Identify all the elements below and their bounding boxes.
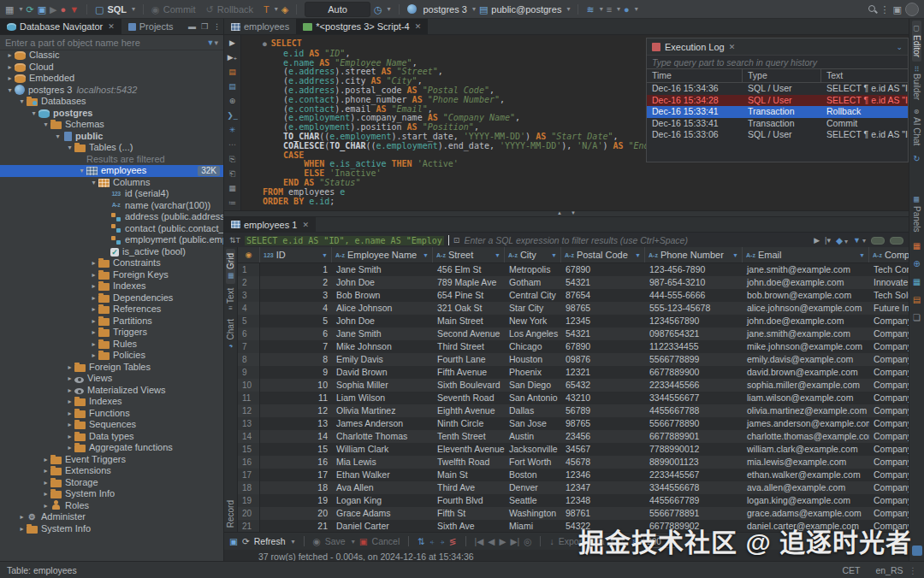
- cell[interactable]: john.doe@example.com: [743, 315, 869, 327]
- cell[interactable]: Company O: [869, 494, 909, 507]
- cell[interactable]: Chicago: [505, 340, 561, 353]
- run-config-icon[interactable]: ▦: [5, 0, 14, 19]
- open-in-icon[interactable]: ▣: [229, 536, 238, 546]
- close-icon[interactable]: ✕: [415, 22, 422, 31]
- cell[interactable]: logan.king@example.com: [743, 494, 869, 507]
- cell[interactable]: 4455667788: [645, 404, 743, 417]
- tree-item[interactable]: ▸Foreign Tables: [0, 362, 223, 374]
- schema-selector[interactable]: public@postgres: [491, 4, 561, 15]
- filter-icon[interactable]: ▼▾: [207, 38, 218, 47]
- column-header-employee-name[interactable]: A-zEmployee Name▼: [332, 247, 433, 262]
- cell[interactable]: 43210: [561, 392, 645, 404]
- cell[interactable]: ethan.walker@example.com: [743, 469, 869, 481]
- row-number[interactable]: 1: [238, 263, 260, 276]
- tab-text[interactable]: ≡Text: [226, 284, 235, 315]
- eraser-icon[interactable]: ◆▾: [836, 235, 848, 245]
- row-number[interactable]: 13: [238, 417, 260, 430]
- cell[interactable]: John Doe: [332, 276, 433, 289]
- cell[interactable]: Alice Johnson: [332, 302, 433, 315]
- tree-item[interactable]: ▸Sequences: [0, 419, 223, 431]
- cell[interactable]: 6677889901: [645, 430, 743, 443]
- cell[interactable]: 12321: [561, 366, 645, 379]
- cell[interactable]: 19: [260, 494, 332, 507]
- chevron-right-icon[interactable]: ▸: [65, 396, 74, 408]
- cell[interactable]: liam.wilson@example.com: [743, 392, 869, 404]
- highlight-icon[interactable]: ●: [624, 0, 630, 19]
- cell[interactable]: Company C: [869, 340, 909, 353]
- run-query-icon[interactable]: ▶: [227, 38, 238, 48]
- cell[interactable]: Miami: [505, 520, 561, 532]
- cell[interactable]: Los Angeles: [505, 327, 561, 340]
- chevron-right-icon[interactable]: ▸: [89, 339, 98, 351]
- cell[interactable]: Company D: [869, 353, 909, 366]
- cell[interactable]: Second Avenue: [433, 327, 505, 340]
- cell[interactable]: 3344556677: [645, 392, 743, 404]
- cell[interactable]: 23456: [561, 430, 645, 443]
- tree-item[interactable]: ▸Data types: [0, 431, 223, 443]
- tab-grid[interactable]: ▦Grid: [226, 249, 235, 284]
- cell[interactable]: jane.smith@example.com: [743, 263, 869, 276]
- history-icon[interactable]: ◷: [374, 0, 382, 19]
- cell[interactable]: 56789: [561, 404, 645, 417]
- tree-item[interactable]: ▸Roles: [0, 500, 223, 512]
- cell[interactable]: Ava Allen: [332, 481, 433, 494]
- chevron-right-icon[interactable]: ▸: [17, 523, 27, 535]
- cell[interactable]: mia.lewis@example.com: [743, 456, 869, 469]
- cell[interactable]: Twelfth Road: [433, 456, 505, 469]
- tree-item[interactable]: ▾public: [0, 131, 223, 143]
- cell[interactable]: Metropolis: [505, 263, 561, 276]
- tree-item[interactable]: ▸Rules: [0, 339, 223, 351]
- first-page-icon[interactable]: |◀: [475, 536, 484, 546]
- chevron-right-icon[interactable]: ▸: [89, 257, 98, 269]
- tree-item[interactable]: ▸System Info: [0, 523, 223, 535]
- keyboard-icon[interactable]: ▦: [913, 277, 921, 286]
- chevron-right-icon[interactable]: ▸: [65, 419, 74, 431]
- chevron-right-icon[interactable]: ▸: [41, 500, 50, 512]
- cell[interactable]: Ninth Circle: [433, 417, 505, 430]
- cell[interactable]: 98765: [561, 417, 645, 430]
- cell[interactable]: Washington: [505, 507, 561, 520]
- cell[interactable]: 7788990012: [645, 443, 743, 456]
- cell[interactable]: 9: [260, 366, 332, 379]
- cell[interactable]: Ethan Walker: [332, 469, 433, 481]
- tree-item[interactable]: ▸Views: [0, 373, 223, 385]
- sort-arrow-icon[interactable]: ▼: [423, 252, 429, 258]
- cell[interactable]: Phoenix: [505, 366, 561, 379]
- chevron-right-icon[interactable]: ▸: [89, 269, 98, 281]
- cell[interactable]: 20: [260, 507, 332, 520]
- chevron-right-icon[interactable]: ▸: [65, 362, 74, 374]
- log-search-field[interactable]: Type query part to search in query histo…: [647, 56, 908, 68]
- cell[interactable]: 12345: [561, 315, 645, 327]
- cell[interactable]: 7: [260, 340, 332, 353]
- tree-item[interactable]: ▾employees32K: [0, 165, 223, 177]
- sort-asc-icon[interactable]: ⇅: [418, 536, 425, 546]
- tree-item[interactable]: ▸Foreign Keys: [0, 269, 223, 281]
- tab-chart[interactable]: ◕Chart: [226, 315, 235, 354]
- cell[interactable]: 12347: [561, 481, 645, 494]
- cell[interactable]: 14: [260, 430, 332, 443]
- cell[interactable]: 13: [260, 417, 332, 430]
- tree-item[interactable]: ▸Event Triggers: [0, 454, 223, 466]
- tab-record[interactable]: Record: [226, 496, 235, 532]
- tree-item[interactable]: A-zname (varchar(100)): [0, 200, 223, 212]
- column-header-postal-code[interactable]: A-zPostal Code▼: [561, 247, 645, 262]
- row-number[interactable]: 4: [238, 302, 260, 315]
- chevron-down-icon[interactable]: ▾: [89, 177, 98, 189]
- doc-error-icon[interactable]: ⎗: [227, 169, 238, 179]
- timezone[interactable]: CET: [842, 565, 860, 575]
- panel-menu-icon[interactable]: ⋮: [210, 19, 223, 34]
- cell[interactable]: 123-456-7890: [645, 263, 743, 276]
- cell[interactable]: 8: [260, 353, 332, 366]
- row-number[interactable]: 11: [238, 392, 260, 404]
- restore-panel-icon[interactable]: ❒: [198, 19, 210, 34]
- cell[interactable]: ava.allen@example.com: [743, 481, 869, 494]
- cell[interactable]: daniel.carter@example.com: [743, 520, 869, 532]
- cell[interactable]: Tenth Street: [433, 430, 505, 443]
- page-size-input[interactable]: 200: [643, 535, 676, 548]
- tree-item[interactable]: ▸Policies: [0, 350, 223, 362]
- cell[interactable]: 5566778891: [645, 507, 743, 520]
- search-icon[interactable]: [868, 4, 877, 14]
- cell[interactable]: 54321: [561, 276, 645, 289]
- sql-dialect-selector[interactable]: SQL: [107, 4, 127, 15]
- terminal-icon[interactable]: ❯_: [227, 111, 238, 121]
